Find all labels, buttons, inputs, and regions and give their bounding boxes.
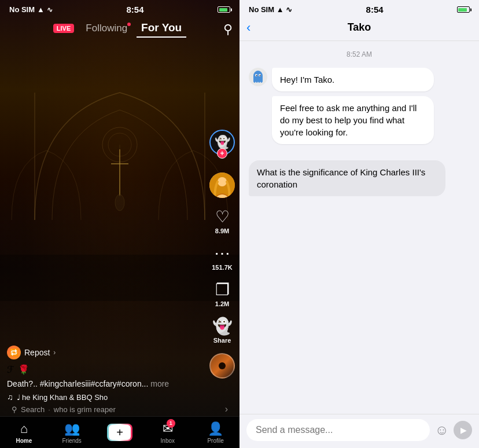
second-avatar-image [209, 172, 235, 198]
r-status-right [457, 6, 470, 13]
follow-plus[interactable]: + [217, 148, 227, 159]
search-dot: · [48, 405, 50, 414]
caption-text: Death?.. #kingcharlesiii#ccfary#coron...… [7, 379, 199, 390]
status-right [218, 6, 230, 13]
repost-button[interactable]: 🔁 Repost › [7, 346, 199, 359]
r-carrier: No SIM ▲ ∿ [249, 5, 292, 14]
tab-profile[interactable]: 👤 Profile [191, 421, 240, 444]
tako-bubble-2: Feel free to ask me anything and I'll do… [272, 96, 434, 144]
music-disc [209, 353, 235, 379]
tab-home[interactable]: ⌂ Home [0, 421, 48, 444]
chat-input-area[interactable]: ☺ ▶ [240, 414, 479, 448]
tab-friends[interactable]: 👥 Friends [48, 421, 96, 444]
svg-point-15 [260, 75, 261, 76]
plus-icon: + [116, 427, 123, 438]
r-status-bar: No SIM ▲ ∿ 8:54 [240, 0, 479, 17]
comment-count: 151.7K [212, 264, 232, 271]
svg-point-14 [256, 75, 257, 76]
profile-label: Profile [207, 438, 223, 444]
tab-inbox[interactable]: ✉ 1 Inbox [143, 421, 191, 444]
r-battery-fill [458, 8, 466, 12]
repost-badge: 🔁 [7, 346, 21, 359]
message-input[interactable] [246, 419, 430, 441]
share-label: Share [213, 337, 231, 344]
bookmark-count: 1.2M [215, 300, 229, 307]
r-battery-icon [457, 6, 470, 13]
search-bar: ⚲ Search · who is grim reaper › [5, 404, 235, 414]
second-avatar [209, 172, 235, 198]
repost-text: Repost [24, 348, 50, 357]
left-panel: No SIM ▲ ∿ 8:54 LIVE Following For You ⚲… [0, 0, 240, 448]
bottom-content: 🔁 Repost › ℱ 🌹 Death?.. #kingcharlesiii#… [7, 346, 199, 402]
wifi-icon: ∿ [47, 6, 53, 14]
creator-avatar[interactable]: 👻 + [209, 130, 235, 155]
svg-rect-11 [253, 76, 263, 82]
status-time: 8:54 [126, 5, 143, 14]
tako-messages: Hey! I'm Tako. Feel free to ask me anyth… [272, 68, 470, 144]
search-left: ⚲ Search · who is grim reaper [12, 405, 116, 414]
back-button[interactable]: ‹ [246, 20, 250, 35]
friends-icon: 👥 [64, 421, 80, 436]
chat-header: ‹ Tako [240, 17, 479, 41]
creator-icons: ℱ 🌹 [7, 364, 199, 375]
search-button[interactable]: ⚲ [223, 22, 233, 37]
user-message-row: What is the significance of King Charles… [249, 160, 470, 196]
tab-create[interactable]: + [96, 424, 144, 441]
comment-action[interactable]: ⋯ 151.7K [212, 244, 232, 271]
music-note-icon: ♫ [7, 392, 13, 402]
caption-more[interactable]: more [150, 379, 169, 388]
battery-fill [219, 8, 227, 12]
right-panel: No SIM ▲ ∿ 8:54 ‹ Tako 8:52 AM [240, 0, 479, 448]
tako-bubble-1: Hey! I'm Tako. [272, 68, 434, 91]
foryou-tab[interactable]: For You [137, 19, 186, 38]
carrier-text: No SIM [9, 5, 35, 14]
profile-icon: 👤 [208, 421, 223, 436]
r-carrier-text: No SIM [249, 5, 274, 14]
status-left: No SIM ▲ ∿ [9, 5, 53, 14]
battery-icon [218, 6, 230, 13]
friends-label: Friends [62, 438, 82, 444]
bookmark-action[interactable]: ❐ 1.2M [215, 280, 230, 307]
tako-avatar [249, 68, 267, 86]
music-line: ♫ ♩ he King Khan & BBQ Sho [7, 392, 199, 402]
create-button[interactable]: + [107, 424, 132, 441]
message-timestamp: 8:52 AM [249, 50, 470, 58]
inbox-container: ✉ 1 [163, 421, 173, 436]
inbox-badge: 1 [167, 419, 175, 428]
right-sidebar: 👻 + ♡ 8.9M [209, 130, 235, 379]
signal-icon: ▲ [37, 5, 45, 14]
live-badge: LIVE [53, 24, 74, 33]
heart-icon: ♡ [215, 207, 230, 226]
r-time: 8:54 [366, 5, 384, 14]
like-action[interactable]: ♡ 8.9M [215, 207, 230, 234]
chat-title: Tako [348, 21, 371, 34]
send-arrow-icon: ▶ [460, 425, 467, 435]
repost-chevron: › [53, 348, 56, 357]
share-action[interactable]: 👻 Share [212, 317, 233, 344]
user-bubble: What is the significance of King Charles… [249, 160, 445, 196]
share-icon: 👻 [212, 317, 233, 336]
send-button[interactable]: ▶ [454, 421, 472, 439]
disc-center [219, 362, 226, 369]
following-tab[interactable]: Following [81, 20, 132, 36]
svg-point-8 [218, 177, 227, 186]
comment-icon: ⋯ [214, 244, 230, 263]
home-label: Home [16, 438, 32, 444]
music-text: ♩ he King Khan & BBQ Sho [17, 393, 108, 402]
search-label: Search [21, 405, 45, 414]
home-icon: ⌂ [20, 421, 28, 436]
search-chevron-right: › [225, 404, 228, 414]
nav-bar: LIVE Following For You ⚲ [0, 17, 240, 42]
search-icon-small: ⚲ [12, 405, 17, 414]
like-count: 8.9M [215, 227, 229, 234]
r-signal-icon: ▲ ∿ [277, 5, 292, 14]
caption-main: Death?.. #kingcharlesiii#ccfary#coron... [7, 379, 148, 388]
status-bar: No SIM ▲ ∿ 8:54 [0, 0, 240, 17]
bottom-tab-bar: ⌂ Home 👥 Friends + ✉ 1 Inbox 👤 Profile [0, 416, 240, 448]
inbox-label: Inbox [161, 438, 175, 444]
bookmark-icon: ❐ [215, 280, 230, 299]
tako-message-group: Hey! I'm Tako. Feel free to ask me anyth… [249, 68, 470, 144]
emoji-button[interactable]: ☺ [434, 422, 449, 438]
chat-messages: 8:52 AM Hey! I'm Tako. Feel free to [240, 41, 479, 414]
search-query: who is grim reaper [54, 405, 116, 414]
